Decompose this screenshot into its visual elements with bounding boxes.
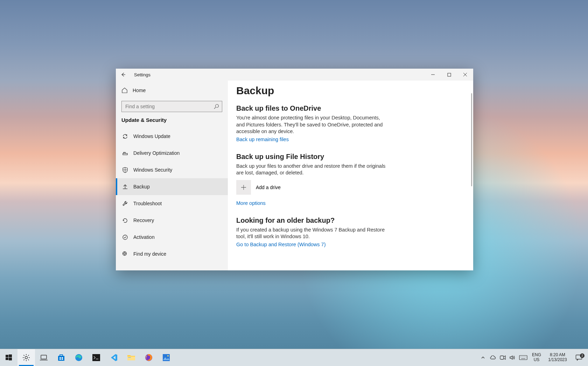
speaker-icon [510, 355, 515, 360]
sidebar-item-activation[interactable]: Activation [116, 229, 228, 246]
taskbar-vscode[interactable] [105, 349, 122, 366]
tray-chevron-up[interactable] [478, 349, 488, 366]
sidebar-item-home[interactable]: Home [116, 83, 228, 98]
svg-rect-16 [62, 359, 63, 360]
sidebar-item-windows-update[interactable]: Windows Update [116, 128, 228, 145]
sidebar-item-delivery-optimization[interactable]: Delivery Optimization [116, 145, 228, 161]
tray-keyboard[interactable] [517, 349, 529, 366]
search-icon [214, 104, 219, 109]
tray-onedrive[interactable] [488, 349, 498, 366]
tray-language[interactable]: ENG US [529, 353, 544, 362]
home-icon [121, 87, 128, 94]
keyboard-icon [519, 355, 527, 360]
svg-rect-12 [58, 356, 64, 361]
taskbar-edge[interactable] [70, 349, 88, 366]
svg-rect-13 [59, 357, 61, 358]
sidebar: Home Update & Security [116, 81, 228, 270]
sidebar-nav: Windows Update Delivery Optimization [116, 128, 228, 262]
tray-meet-now[interactable] [498, 349, 507, 366]
section-body: You're almost done protecting files in y… [236, 115, 387, 135]
vscode-icon [110, 354, 118, 361]
sidebar-item-label: Troubleshoot [133, 201, 162, 206]
svg-rect-2 [123, 153, 127, 155]
chevron-up-icon [481, 355, 485, 360]
section-heading: Back up files to OneDrive [236, 104, 387, 112]
sidebar-item-recovery[interactable]: Recovery [116, 212, 228, 229]
taskbar-file-explorer[interactable] [122, 349, 140, 366]
photos-icon [162, 354, 170, 361]
taskbar-task-view[interactable] [35, 349, 52, 366]
arrow-left-icon [120, 72, 126, 77]
tray-lang-line2: US [534, 358, 540, 362]
video-icon [500, 355, 506, 360]
svg-rect-8 [6, 358, 8, 360]
svg-point-3 [123, 235, 127, 240]
scrollbar[interactable] [471, 93, 472, 186]
section-heading: Back up using File History [236, 153, 387, 161]
link-backup-remaining[interactable]: Back up remaining files [236, 137, 289, 142]
section-body: Back up your files to another drive and … [236, 163, 387, 177]
task-view-icon [40, 354, 48, 361]
tray-time: 8:20 AM [550, 353, 565, 358]
add-drive-button[interactable]: Add a drive [236, 180, 387, 195]
recovery-icon [121, 217, 128, 223]
taskbar: ENG US 8:20 AM 1/13/2023 2 [0, 349, 588, 366]
taskbar-settings[interactable] [18, 349, 35, 366]
wrench-icon [121, 201, 128, 207]
tray-volume[interactable] [507, 349, 517, 366]
tray-action-center[interactable]: 2 [571, 354, 587, 361]
sync-icon [121, 133, 128, 139]
close-button[interactable] [457, 69, 473, 81]
content-pane: Backup Back up files to OneDrive You're … [228, 81, 473, 270]
delivery-icon [121, 150, 128, 156]
sidebar-item-windows-security[interactable]: Windows Security [116, 161, 228, 178]
svg-rect-19 [127, 357, 135, 360]
svg-rect-9 [9, 358, 12, 360]
svg-rect-11 [41, 355, 47, 359]
cloud-icon [490, 355, 496, 360]
tray-clock[interactable]: 8:20 AM 1/13/2023 [544, 353, 571, 362]
taskbar-photos[interactable] [158, 349, 175, 366]
taskbar-store[interactable] [52, 349, 70, 366]
section-heading: Looking for an older backup? [236, 216, 387, 225]
firefox-icon [145, 354, 153, 361]
gear-icon [22, 354, 30, 361]
search-input[interactable] [122, 101, 216, 112]
svg-point-10 [25, 357, 28, 359]
svg-point-5 [122, 251, 126, 255]
sidebar-item-troubleshoot[interactable]: Troubleshoot [116, 195, 228, 212]
svg-rect-20 [128, 357, 131, 358]
svg-rect-25 [519, 355, 527, 360]
back-button[interactable] [116, 69, 131, 81]
sidebar-item-label: Windows Security [133, 167, 172, 173]
svg-rect-24 [500, 356, 504, 359]
tray-date: 1/13/2023 [548, 358, 567, 362]
section-file-history: Back up using File History Back up your … [236, 153, 387, 206]
svg-point-1 [216, 104, 219, 108]
svg-rect-6 [6, 355, 8, 357]
system-tray: ENG US 8:20 AM 1/13/2023 2 [477, 349, 588, 366]
svg-point-23 [167, 355, 169, 357]
svg-rect-18 [92, 354, 100, 361]
section-older-backup: Looking for an older backup? If you crea… [236, 216, 387, 247]
backup-icon [121, 184, 128, 190]
sidebar-item-label: Windows Update [133, 133, 170, 139]
sidebar-item-label: Activation [133, 234, 155, 240]
sidebar-item-label: Recovery [133, 217, 154, 223]
link-backup-restore-win7[interactable]: Go to Backup and Restore (Windows 7) [236, 242, 326, 247]
titlebar: Settings [116, 69, 473, 81]
taskbar-terminal[interactable] [88, 349, 105, 366]
svg-point-4 [124, 253, 125, 254]
sidebar-item-label: Home [133, 88, 146, 93]
sidebar-item-backup[interactable]: Backup [116, 178, 228, 195]
sidebar-item-label: Delivery Optimization [133, 150, 180, 156]
minimize-button[interactable] [425, 69, 441, 81]
maximize-button[interactable] [441, 69, 457, 81]
taskbar-firefox[interactable] [140, 349, 158, 366]
find-icon [121, 251, 128, 257]
link-more-options[interactable]: More options [236, 200, 266, 206]
terminal-icon [92, 354, 100, 361]
section-onedrive: Back up files to OneDrive You're almost … [236, 104, 387, 142]
taskbar-start[interactable] [0, 349, 18, 366]
sidebar-item-find-my-device[interactable]: Find my device [116, 246, 228, 262]
